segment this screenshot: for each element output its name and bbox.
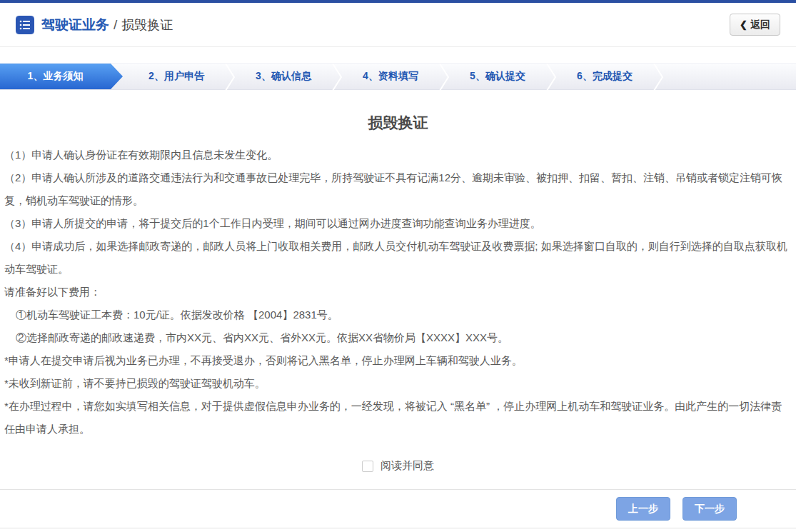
back-button-label: 返回 [750, 19, 770, 31]
next-step-button[interactable]: 下一步 [682, 497, 737, 521]
notice-paragraph: （1）申请人确认身份证在有效期限内且信息未发生变化。 [4, 144, 792, 166]
step-5-confirm-submit: 5、确认提交 [444, 64, 551, 89]
agree-checkbox[interactable] [362, 461, 373, 472]
notice-paragraph-warning: *申请人在提交申请后视为业务已办理，不再接受退办，否则将记入黑名单，停止办理网上… [4, 349, 792, 372]
step-label: 2、用户申告 [148, 70, 204, 83]
breadcrumb-page-name: 损毁换证 [121, 18, 173, 32]
step-2-user-declaration: 2、用户申告 [123, 64, 230, 89]
page-header: 驾驶证业务/损毁换证 ❮ 返回 [0, 3, 796, 47]
notice-paragraph-warning: *未收到新证前，请不要持已损毁的驾驶证驾驶机动车。 [4, 372, 792, 395]
notice-paragraph: （4）申请成功后，如果选择邮政寄递的，邮政人员将上门收取相关费用，邮政人员交付机… [4, 235, 792, 281]
step-6-complete-submit: 6、完成提交 [551, 64, 658, 89]
step-progress-bar: 1、业务须知 2、用户申告 3、确认信息 4、资料填写 5、确认提交 6、完成提… [0, 63, 796, 90]
main-content: 损毁换证 （1）申请人确认身份证在有效期限内且信息未发生变化。 （2）申请人确认… [0, 113, 796, 473]
step-label: 6、完成提交 [577, 70, 633, 83]
notice-paragraph-fee-2: ②选择邮政寄递的邮政速递费，市内XX元、省内XX元、省外XX元。依据XX省物价局… [4, 326, 792, 349]
agree-label: 阅读并同意 [381, 459, 434, 473]
breadcrumb-service-name: 驾驶证业务 [41, 17, 109, 32]
breadcrumb-separator: / [114, 17, 117, 32]
step-4-fill-materials: 4、资料填写 [337, 64, 444, 89]
step-1-business-notice: 1、业务须知 [0, 64, 123, 89]
back-button[interactable]: ❮ 返回 [730, 14, 780, 36]
chevron-left-icon: ❮ [740, 19, 747, 30]
previous-step-button[interactable]: 上一步 [616, 497, 670, 521]
page-title: 损毁换证 [4, 113, 792, 133]
step-3-confirm-info: 3、确认信息 [230, 64, 337, 89]
notice-paragraph-fee-1: ①机动车驾驶证工本费：10元/证。依据发改价格 【2004】2831号。 [4, 303, 792, 326]
notice-paragraph: （2）申请人确认所涉及的道路交通违法行为和交通事故已处理完毕，所持驾驶证不具有记… [4, 166, 792, 212]
step-label: 1、业务须知 [28, 70, 84, 83]
stepbar-filler [658, 64, 796, 89]
step-label: 3、确认信息 [256, 70, 311, 83]
notice-text-block: （1）申请人确认身份证在有效期限内且信息未发生变化。 （2）申请人确认所涉及的道… [4, 144, 792, 441]
step-label: 5、确认提交 [470, 70, 525, 83]
breadcrumb: 驾驶证业务/损毁换证 [41, 16, 173, 34]
step-label: 4、资料填写 [363, 70, 418, 83]
notice-paragraph-warning: *在办理过程中，请您如实填写相关信息，对于提供虚假信息申办业务的，一经发现，将被… [4, 395, 792, 441]
notice-paragraph: 请准备好以下费用： [4, 281, 792, 303]
list-icon [16, 16, 34, 34]
footer-action-bar: 上一步 下一步 [0, 489, 796, 528]
agreement-row: 阅读并同意 [4, 459, 792, 473]
notice-paragraph: （3）申请人所提交的申请，将于提交后的1个工作日内受理，期间可以通过网办进度查询… [4, 212, 792, 235]
